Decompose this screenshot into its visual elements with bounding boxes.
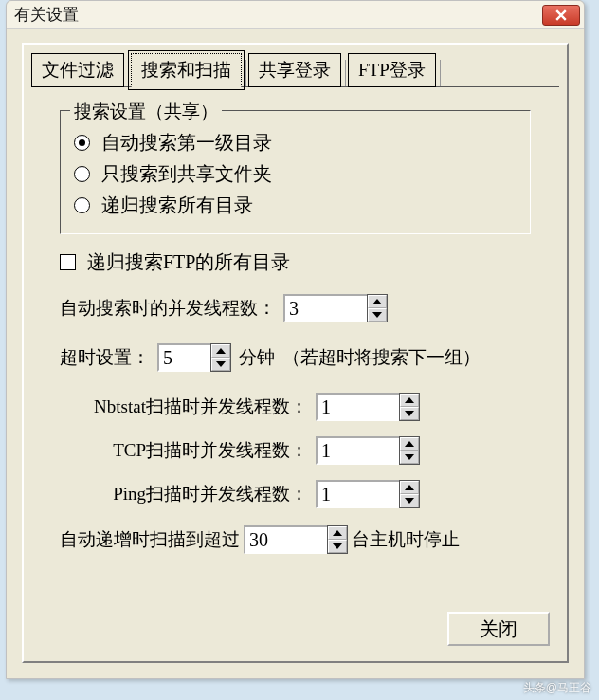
- spin-up-icon[interactable]: [400, 394, 419, 407]
- autostop-input[interactable]: [244, 525, 327, 554]
- spin-down-icon[interactable]: [400, 407, 419, 420]
- spin-up-icon[interactable]: [368, 295, 387, 308]
- titlebar[interactable]: 有关设置: [7, 1, 584, 29]
- timeout-label: 超时设置：: [60, 345, 150, 370]
- timeout-input[interactable]: [157, 343, 210, 372]
- checkbox-ftp-recursive[interactable]: [60, 254, 76, 270]
- tab-file-filter[interactable]: 文件过滤: [31, 53, 124, 87]
- tcp-threads-spinner[interactable]: [316, 436, 420, 465]
- radio-recursive-all[interactable]: [74, 197, 90, 213]
- tab-separator: [440, 60, 441, 86]
- spin-down-icon[interactable]: [368, 308, 387, 322]
- group-title: 搜索设置（共享）: [70, 100, 222, 124]
- nbtstat-threads-input[interactable]: [316, 393, 399, 421]
- tab-panel-search-scan: 搜索设置（共享） 自动搜索第一级目录 只搜索到共享文件夹 递归搜索所有目录: [31, 86, 559, 554]
- radio-label: 只搜索到共享文件夹: [101, 161, 272, 187]
- tab-ftp-login[interactable]: FTP登录: [348, 53, 436, 87]
- search-threads-spinner[interactable]: [283, 294, 388, 322]
- search-threads-label: 自动搜索时的并发线程数：: [60, 296, 276, 321]
- checkbox-label: 递归搜索FTP的所有目录: [87, 249, 290, 275]
- ping-threads-label: Ping扫描时并发线程数：: [60, 482, 316, 507]
- nbtstat-threads-spinner[interactable]: [316, 393, 420, 421]
- settings-window: 有关设置 文件过滤 搜索和扫描 共享登录 FTP登录 搜索设置（共享） 自动搜索…: [6, 0, 585, 679]
- spin-down-icon[interactable]: [400, 494, 419, 507]
- search-threads-input[interactable]: [283, 294, 367, 322]
- spin-up-icon[interactable]: [211, 344, 230, 358]
- tab-share-login[interactable]: 共享登录: [248, 53, 341, 87]
- radio-label: 递归搜索所有目录: [101, 193, 253, 218]
- close-icon[interactable]: [542, 5, 580, 26]
- tcp-threads-input[interactable]: [316, 436, 399, 465]
- timeout-unit: 分钟: [239, 345, 275, 370]
- radio-auto-first-level[interactable]: [74, 135, 90, 151]
- radio-label: 自动搜索第一级目录: [101, 130, 272, 156]
- tab-search-scan[interactable]: 搜索和扫描: [131, 53, 242, 87]
- watermark: 头条@马王谷: [523, 680, 591, 696]
- tab-separator: [128, 60, 129, 86]
- radio-only-share-folder[interactable]: [74, 166, 90, 182]
- tab-separator: [245, 60, 246, 86]
- ping-threads-spinner[interactable]: [316, 480, 420, 508]
- tcp-threads-label: TCP扫描时并发线程数：: [60, 438, 316, 463]
- timeout-hint: （若超时将搜索下一组）: [282, 345, 481, 370]
- close-button[interactable]: 关闭: [447, 612, 550, 646]
- spin-down-icon[interactable]: [211, 358, 230, 371]
- spin-up-icon[interactable]: [328, 526, 347, 540]
- spin-down-icon[interactable]: [400, 451, 419, 464]
- ping-threads-input[interactable]: [316, 480, 399, 508]
- dialog-body: 文件过滤 搜索和扫描 共享登录 FTP登录 搜索设置（共享） 自动搜索第一级目录…: [22, 43, 569, 663]
- tab-separator: [345, 60, 346, 86]
- spin-up-icon[interactable]: [400, 437, 419, 451]
- window-title: 有关设置: [14, 4, 79, 26]
- search-settings-group: 搜索设置（共享） 自动搜索第一级目录 只搜索到共享文件夹 递归搜索所有目录: [60, 110, 531, 234]
- autostop-prefix: 自动递增时扫描到超过: [60, 527, 240, 552]
- spin-up-icon[interactable]: [400, 481, 419, 494]
- autostop-spinner[interactable]: [244, 525, 348, 554]
- autostop-suffix: 台主机时停止: [352, 527, 460, 552]
- nbtstat-threads-label: Nbtstat扫描时并发线程数：: [60, 395, 316, 419]
- spin-down-icon[interactable]: [328, 540, 347, 553]
- tab-strip: 文件过滤 搜索和扫描 共享登录 FTP登录: [24, 45, 567, 86]
- timeout-spinner[interactable]: [157, 343, 231, 372]
